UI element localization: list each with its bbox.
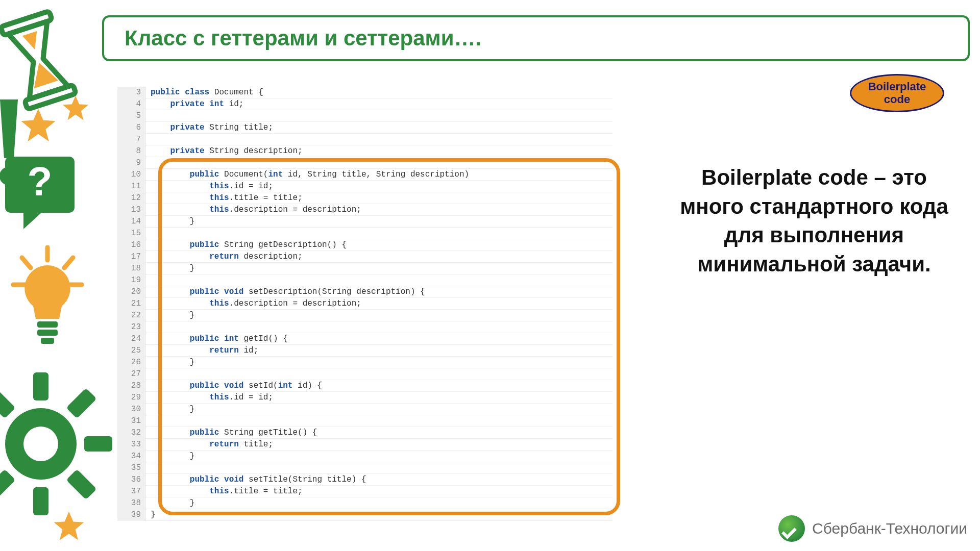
exclamation-icon bbox=[0, 99, 23, 186]
lightbulb-icon bbox=[9, 245, 86, 357]
definition-text: Boilerplate code – это много стандартног… bbox=[679, 163, 949, 279]
svg-line-5 bbox=[22, 258, 31, 268]
footer-brand: Сбербанк-Технологии bbox=[812, 520, 967, 537]
hourglass-icon bbox=[0, 9, 82, 111]
svg-rect-10 bbox=[37, 330, 58, 336]
svg-line-6 bbox=[64, 258, 73, 268]
code-lines: public class Document { private int id; … bbox=[145, 87, 612, 521]
badge-line1: Boilerplate bbox=[868, 81, 926, 93]
sberbank-logo-icon bbox=[778, 515, 805, 542]
svg-rect-11 bbox=[41, 338, 54, 344]
svg-text:?: ? bbox=[28, 159, 53, 204]
boilerplate-badge: Boilerplate code bbox=[850, 74, 944, 112]
code-block: 3456789101112131415161718192021222324252… bbox=[117, 87, 612, 521]
svg-rect-20 bbox=[66, 469, 96, 499]
svg-point-21 bbox=[23, 427, 58, 461]
svg-rect-19 bbox=[0, 388, 16, 418]
svg-rect-1 bbox=[24, 85, 76, 109]
svg-point-12 bbox=[5, 408, 77, 480]
svg-rect-0 bbox=[1, 11, 52, 36]
footer-logo: Сбербанк-Технологии bbox=[778, 515, 967, 542]
star-icon bbox=[18, 107, 59, 148]
svg-rect-13 bbox=[33, 372, 48, 400]
code-gutter: 3456789101112131415161718192021222324252… bbox=[117, 87, 145, 521]
svg-rect-16 bbox=[84, 436, 112, 452]
star-icon bbox=[51, 510, 87, 546]
badge-line2: code bbox=[868, 93, 926, 106]
svg-point-2 bbox=[0, 167, 18, 185]
question-bubble-icon: ? bbox=[4, 151, 76, 237]
svg-rect-14 bbox=[33, 487, 48, 515]
svg-rect-9 bbox=[37, 321, 58, 328]
star-icon bbox=[60, 94, 91, 125]
svg-rect-17 bbox=[66, 388, 96, 418]
decorative-sidebar: ? bbox=[0, 0, 92, 551]
gear-icon bbox=[0, 367, 117, 520]
svg-rect-18 bbox=[0, 469, 16, 499]
title-bar: Класс с геттерами и сеттерами…. bbox=[102, 15, 970, 61]
page-title: Класс с геттерами и сеттерами…. bbox=[125, 26, 481, 51]
